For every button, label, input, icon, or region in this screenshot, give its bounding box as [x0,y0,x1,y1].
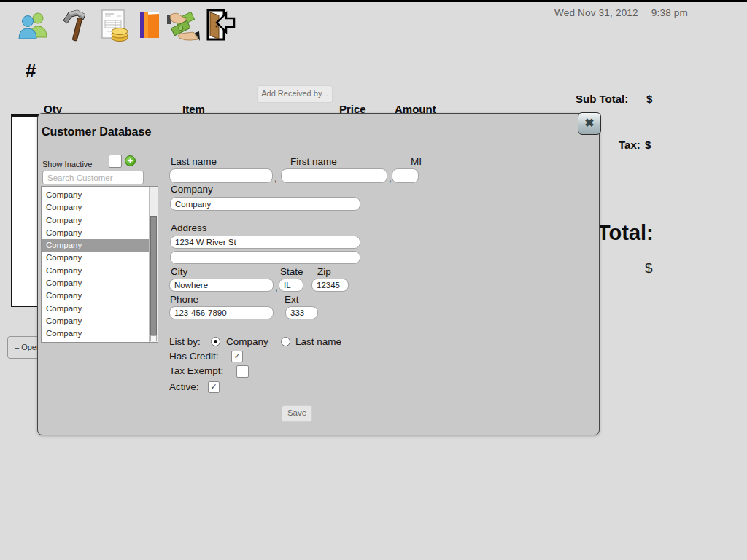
ticket-number-label: # [26,60,36,82]
tax-exempt-checkbox[interactable] [236,365,249,378]
last-name-label: Last name [171,156,217,167]
mi-label: MI [411,156,422,167]
customer-database-dialog: ✖ Customer Database Show Inactive + Comp… [37,113,600,435]
customer-list-item[interactable]: Company [42,189,149,201]
add-customer-icon[interactable]: + [125,155,136,166]
show-inactive-label: Show Inactive [42,160,92,168]
comma-separator: , [275,282,278,293]
customer-list-item[interactable]: Company [42,214,149,227]
last-name-field[interactable] [169,168,273,183]
city-label: City [171,266,187,277]
customer-list-rows: CompanyCompanyCompanyCompanyCompanyCompa… [42,189,149,341]
address-line2-field[interactable] [170,251,360,264]
customer-list-item[interactable]: Company [42,239,149,252]
subtotal-label: Sub Total: [576,93,628,105]
state-label: State [280,266,303,277]
show-inactive-checkbox[interactable] [109,155,122,168]
list-by-label: List by: [169,336,201,347]
date-text: Wed Nov 31, 2012 [554,7,638,18]
datetime-display: Wed Nov 31, 20129:38 pm [554,7,722,18]
catalog-book-icon[interactable] [139,10,160,42]
customer-list-item[interactable]: Company [42,315,149,327]
has-credit-label: Has Credit: [169,351,219,362]
subtotal-value: $ [646,93,652,105]
list-by-lastname-radio-label[interactable]: Last name [295,336,341,347]
tax-value: $ [645,139,651,151]
customer-list-item[interactable]: Company [42,252,149,264]
time-text: 9:38 pm [651,7,688,18]
tax-label: Tax: [619,139,640,151]
customer-list-item[interactable]: Company [42,327,149,340]
list-by-company-radio-label[interactable]: Company [226,336,268,347]
customer-list-item[interactable]: Company [42,265,149,277]
mi-field[interactable] [392,168,419,183]
close-icon[interactable]: ✖ [578,112,601,135]
comma-separator: , [274,173,277,184]
company-field[interactable] [170,197,360,211]
first-name-label: First name [290,156,337,167]
scrollbar-end-cap [150,335,157,341]
zip-field[interactable] [311,279,349,292]
total-label: Total: [597,221,654,245]
state-field[interactable] [279,279,303,292]
customer-list-item[interactable]: Company [42,227,149,239]
ext-field[interactable] [285,306,318,319]
tax-exempt-label: Tax Exempt: [169,365,223,376]
customer-list-item[interactable]: Company [42,277,149,289]
active-checkbox[interactable]: ✓ [208,381,220,393]
customer-list-item[interactable]: Company [42,303,149,315]
customer-list-item[interactable]: Company [42,201,149,214]
customer-list: CompanyCompanyCompanyCompanyCompanyCompa… [41,186,158,343]
search-customer-input[interactable] [42,171,144,184]
list-by-company-radio[interactable] [211,337,220,346]
dialog-title: Customer Database [42,125,151,139]
address-label: Address [171,222,207,233]
add-received-by-button[interactable]: Add Received by... [257,85,333,103]
has-credit-checkbox[interactable]: ✓ [231,351,243,362]
total-value: $ [645,260,653,276]
app-window: Wed Nov 31, 20129:38 pm # Add Received b… [0,0,747,560]
save-button[interactable]: Save [282,405,312,422]
customers-icon[interactable] [18,10,50,42]
phone-field[interactable] [169,306,274,319]
company-label: Company [171,184,213,195]
address-line1-field[interactable] [170,236,360,249]
active-label: Active: [169,381,199,392]
scrollbar-thumb[interactable] [150,216,157,338]
customer-list-scrollbar[interactable] [149,187,158,342]
payment-icon[interactable] [166,9,200,44]
first-name-field[interactable] [281,168,387,183]
tools-hammer-icon[interactable] [61,8,88,45]
zip-label: Zip [317,266,331,277]
list-by-lastname-radio[interactable] [281,337,290,346]
invoice-icon[interactable] [98,9,130,45]
exit-door-icon[interactable] [206,9,236,44]
top-border-line [0,0,747,2]
phone-label: Phone [170,294,198,305]
ext-label: Ext [285,294,299,305]
customer-list-item[interactable]: Company [42,289,149,302]
city-field[interactable] [169,279,274,292]
